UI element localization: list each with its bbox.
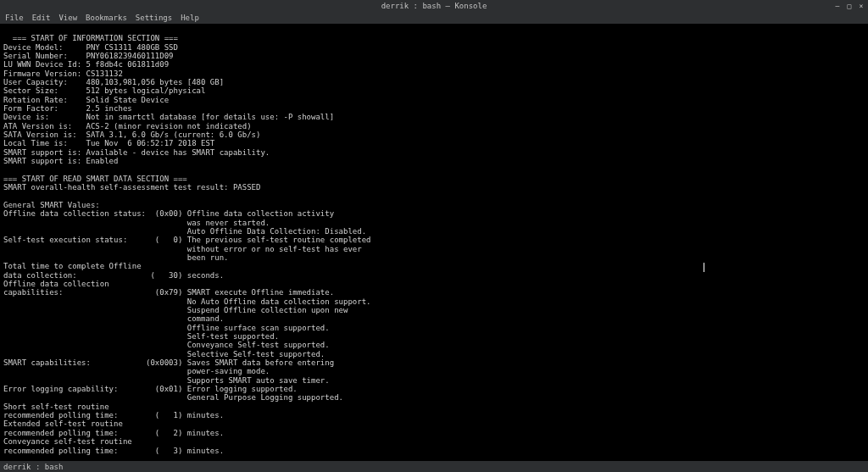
window-title: derrik : bash — Konsole: [381, 2, 487, 10]
terminal-area[interactable]: === START OF INFORMATION SECTION === Dev…: [0, 24, 868, 461]
close-icon[interactable]: ×: [858, 3, 865, 9]
menu-help[interactable]: Help: [181, 14, 199, 22]
terminal-output: === START OF INFORMATION SECTION === Dev…: [3, 34, 444, 461]
text-cursor-icon: [704, 263, 704, 272]
minimize-icon[interactable]: –: [834, 3, 841, 9]
menu-view[interactable]: View: [58, 14, 77, 22]
menu-file[interactable]: File: [5, 14, 24, 22]
menu-edit[interactable]: Edit: [32, 14, 51, 22]
menu-bar: File Edit View Bookmarks Settings Help: [0, 12, 868, 24]
menu-settings[interactable]: Settings: [136, 14, 172, 22]
status-bar: derrik : bash: [0, 461, 868, 472]
menu-bookmarks[interactable]: Bookmarks: [86, 14, 127, 22]
window-titlebar: derrik : bash — Konsole – □ ×: [0, 0, 868, 12]
tab-label[interactable]: derrik : bash: [3, 463, 63, 471]
window-controls: – □ ×: [834, 3, 865, 9]
maximize-icon[interactable]: □: [846, 3, 853, 9]
